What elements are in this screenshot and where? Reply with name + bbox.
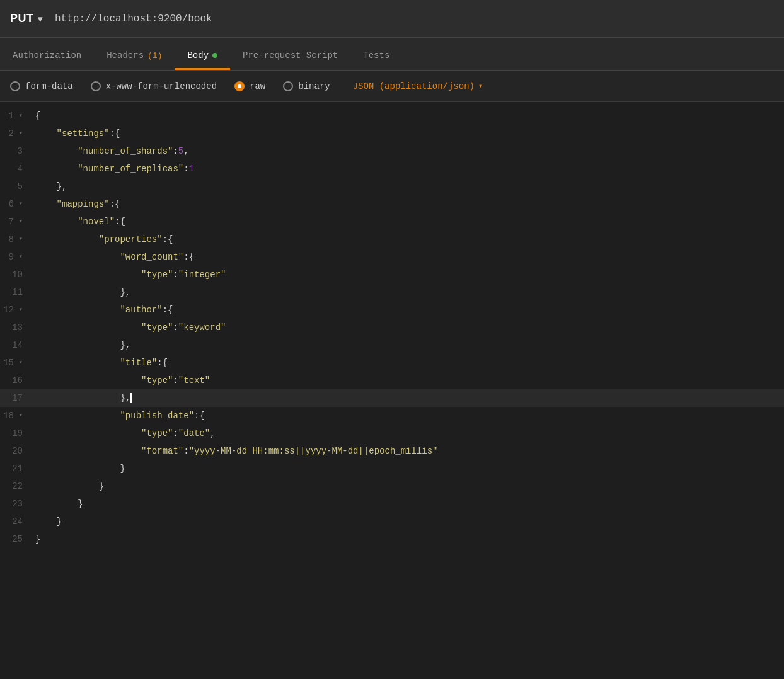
line-num-4: 4 [0, 160, 33, 178]
line-content-6: "mappings":{ [33, 195, 120, 213]
json-type-selector[interactable]: JSON (application/json) ▾ [353, 81, 483, 91]
line-content-12: "author":{ [33, 301, 173, 319]
method-selector[interactable]: PUT ▾ [10, 12, 42, 25]
radio-raw[interactable]: raw [234, 81, 265, 91]
line-content-14: }, [33, 336, 130, 354]
radio-label-x-www: x-www-form-urlencoded [106, 81, 217, 91]
radio-label-binary: binary [298, 81, 330, 91]
line-content-21: } [33, 460, 125, 477]
tab-body-label: Body [187, 50, 209, 60]
line-num-18: 18 ▾ [0, 407, 33, 425]
line-content-25: } [33, 530, 40, 548]
radio-form-data[interactable]: form-data [10, 81, 73, 91]
line-num-25: 25 [0, 530, 33, 548]
line-num-20: 20 [0, 442, 33, 460]
line-num-13: 13 [0, 319, 33, 336]
line-content-24: } [33, 513, 62, 530]
line-num-22: 22 [0, 477, 33, 495]
code-line-2: 2 ▾ "settings":{ [0, 125, 784, 142]
top-bar: PUT ▾ [0, 0, 784, 38]
code-line-21: 21 } [0, 460, 784, 477]
tab-body[interactable]: Body [175, 43, 230, 70]
line-num-3: 3 [0, 142, 33, 160]
fold-arrow-1[interactable]: ▾ [19, 107, 23, 125]
line-num-17: 17 [0, 389, 33, 407]
code-line-7: 7 ▾ "novel":{ [0, 213, 784, 231]
line-content-18: "publish_date":{ [33, 407, 205, 425]
fold-arrow-15[interactable]: ▾ [19, 354, 23, 372]
headers-badge: (1) [147, 51, 162, 60]
line-content-22: } [33, 477, 104, 495]
line-content-11: }, [33, 283, 130, 301]
method-label: PUT [10, 12, 34, 25]
line-num-1: 1 ▾ [0, 107, 33, 125]
code-line-23: 23 } [0, 495, 784, 513]
radio-row: form-data x-www-form-urlencoded raw bina… [0, 71, 784, 102]
code-line-17: 17 }, [0, 389, 784, 407]
line-num-24: 24 [0, 513, 33, 530]
line-num-21: 21 [0, 460, 33, 477]
line-content-2: "settings":{ [33, 125, 120, 142]
tab-authorization-label: Authorization [13, 50, 81, 60]
line-num-23: 23 [0, 495, 33, 513]
fold-arrow-6[interactable]: ▾ [19, 195, 23, 213]
code-line-24: 24 } [0, 513, 784, 530]
line-num-10: 10 [0, 266, 33, 283]
method-chevron: ▾ [38, 14, 43, 24]
code-line-6: 6 ▾ "mappings":{ [0, 195, 784, 213]
fold-arrow-7[interactable]: ▾ [19, 213, 23, 231]
fold-arrow-8[interactable]: ▾ [19, 231, 23, 248]
line-content-5: }, [33, 178, 67, 195]
line-num-15: 15 ▾ [0, 354, 33, 372]
line-num-8: 8 ▾ [0, 231, 33, 248]
line-num-16: 16 [0, 372, 33, 389]
code-line-10: 10 "type":"integer" [0, 266, 784, 283]
code-line-3: 3 "number_of_shards":5, [0, 142, 784, 160]
fold-arrow-12[interactable]: ▾ [19, 301, 23, 319]
line-content-7: "novel":{ [33, 213, 125, 231]
code-line-11: 11 }, [0, 283, 784, 301]
line-num-14: 14 [0, 336, 33, 354]
radio-circle-x-www [91, 81, 101, 91]
line-content-8: "properties":{ [33, 231, 173, 248]
code-line-19: 19 "type":"date", [0, 425, 784, 442]
radio-circle-binary [283, 81, 293, 91]
line-content-10: "type":"integer" [33, 266, 226, 283]
tab-prerequest[interactable]: Pre-request Script [230, 43, 350, 70]
tab-tests[interactable]: Tests [350, 43, 402, 70]
fold-arrow-2[interactable]: ▾ [19, 125, 23, 142]
line-num-12: 12 ▾ [0, 301, 33, 319]
code-line-15: 15 ▾ "title":{ [0, 354, 784, 372]
radio-circle-form-data [10, 81, 20, 91]
tab-authorization[interactable]: Authorization [0, 43, 94, 70]
fold-arrow-9[interactable]: ▾ [19, 248, 23, 266]
json-type-label: JSON (application/json) [353, 81, 475, 91]
code-line-13: 13 "type":"keyword" [0, 319, 784, 336]
code-line-4: 4 "number_of_replicas":1 [0, 160, 784, 178]
tab-prerequest-label: Pre-request Script [243, 50, 338, 60]
code-line-14: 14 }, [0, 336, 784, 354]
tab-headers[interactable]: Headers (1) [94, 43, 175, 70]
code-editor[interactable]: 1 ▾ { 2 ▾ "settings":{ 3 "number_of_shar… [0, 102, 784, 679]
line-content-3: "number_of_shards":5, [33, 142, 189, 160]
line-num-5: 5 [0, 178, 33, 195]
line-num-7: 7 ▾ [0, 213, 33, 231]
line-content-23: } [33, 495, 83, 513]
radio-x-www[interactable]: x-www-form-urlencoded [91, 81, 217, 91]
code-line-1: 1 ▾ { [0, 107, 784, 125]
line-content-1: { [33, 107, 40, 125]
code-line-22: 22 } [0, 477, 784, 495]
code-line-16: 16 "type":"text" [0, 372, 784, 389]
fold-arrow-18[interactable]: ▾ [19, 407, 23, 425]
radio-label-raw: raw [250, 81, 265, 91]
code-line-25: 25 } [0, 530, 784, 548]
line-num-11: 11 [0, 283, 33, 301]
url-input[interactable] [50, 11, 774, 27]
radio-label-form-data: form-data [25, 81, 73, 91]
radio-circle-raw [234, 81, 245, 91]
radio-binary[interactable]: binary [283, 81, 330, 91]
code-line-5: 5 }, [0, 178, 784, 195]
line-num-2: 2 ▾ [0, 125, 33, 142]
tab-headers-label: Headers [107, 50, 144, 60]
line-content-9: "word_count":{ [33, 248, 194, 266]
